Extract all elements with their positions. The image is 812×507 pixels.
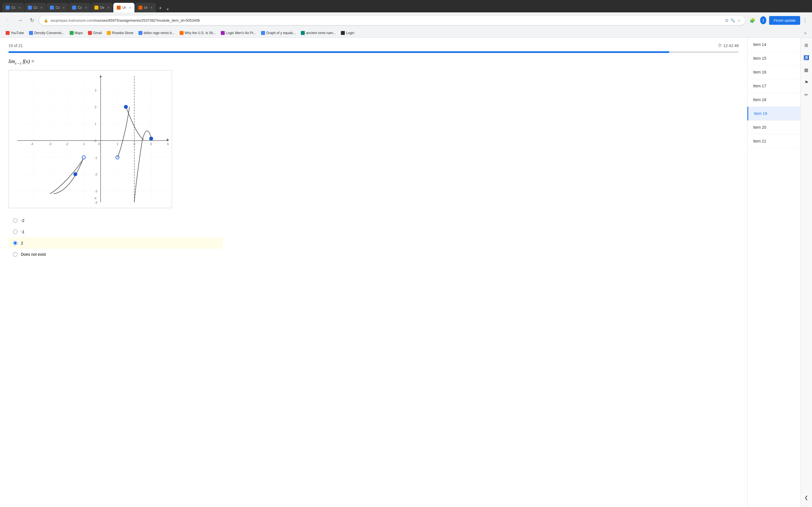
url-display: asuprepaz.instructure.com/courses/65975/…: [50, 18, 723, 22]
tab-close-icon[interactable]: ✕: [40, 6, 43, 9]
bookmark-logic[interactable]: Logic Men's No Pr...: [218, 30, 258, 36]
radio-neg2[interactable]: [13, 218, 17, 223]
tab-close-icon[interactable]: ✕: [85, 6, 87, 9]
tab-cc3[interactable]: Cc ✕: [47, 3, 68, 12]
sidebar-item-19[interactable]: Item 19: [748, 107, 800, 121]
svg-text:1: 1: [117, 142, 118, 146]
sidebar-item-15[interactable]: Item 15: [748, 52, 800, 65]
tab-favicon: [6, 6, 10, 10]
svg-point-38: [73, 172, 77, 176]
svg-marker-42: [167, 138, 169, 142]
item-18-label: Item 18: [753, 98, 766, 102]
bookmark-login[interactable]: Login: [339, 30, 356, 36]
time-display: ⏱ 12:42:48: [718, 43, 739, 48]
item-20-label: Item 20: [753, 125, 766, 129]
svg-text:-3: -3: [49, 142, 52, 146]
radio-dne[interactable]: [13, 252, 17, 257]
tab-close-icon[interactable]: ✕: [129, 6, 131, 9]
bookmarks-more-button[interactable]: »: [802, 30, 809, 36]
radio-neg1[interactable]: [13, 230, 17, 234]
svg-text:1: 1: [95, 122, 96, 126]
answer-option-dne[interactable]: Does not exist: [8, 249, 223, 260]
tab-close-icon[interactable]: ✕: [107, 6, 109, 9]
svg-point-39: [116, 156, 119, 159]
sidebar-item-18[interactable]: Item 18: [748, 93, 800, 107]
tab-close-icon[interactable]: ✕: [18, 6, 20, 9]
bookmark-favicon: [341, 31, 345, 35]
bookmark-gmail[interactable]: Gmail: [86, 30, 104, 36]
extensions-button[interactable]: 🧩: [748, 15, 757, 25]
tab-ur2[interactable]: Ur ✕: [135, 3, 156, 12]
sidebar-item-16[interactable]: Item 16: [748, 65, 800, 79]
bookmark-favicon: [139, 31, 142, 35]
progress-bar-container: [8, 51, 739, 53]
tab-cc4[interactable]: Cc ✕: [69, 3, 91, 12]
sidebar-item-21[interactable]: Item 21: [748, 134, 800, 148]
bookmark-density[interactable]: Density Conversio...: [27, 30, 66, 36]
bookmark-favicon: [70, 31, 73, 35]
address-bar[interactable]: 🔒 asuprepaz.instructure.com/courses/6597…: [39, 15, 746, 25]
profile-menu-button[interactable]: I: [758, 15, 768, 25]
tab-favicon: [28, 6, 32, 10]
svg-marker-43: [100, 75, 102, 77]
svg-text:-1: -1: [94, 156, 97, 159]
reload-button[interactable]: ↻: [27, 15, 37, 25]
main-area: 19 of 21 ⏱ 12:42:48 limx→1 f(x) =: [0, 38, 747, 507]
bookmark-icon[interactable]: ☆: [737, 18, 741, 22]
answer-option-neg1[interactable]: -1: [8, 226, 223, 237]
bookmark-favicon: [29, 31, 33, 35]
forward-button[interactable]: →: [15, 15, 25, 25]
svg-text:-5: -5: [94, 139, 96, 143]
sidebar-item-14[interactable]: Item 14: [748, 38, 800, 52]
url-base: asuprepaz.instructure.com: [50, 18, 94, 22]
table-tool-button[interactable]: ⊞: [801, 40, 811, 50]
item-15-label: Item 15: [753, 56, 766, 61]
bookmark-maps[interactable]: Maps: [67, 30, 85, 36]
tab-overflow-button[interactable]: ▾: [165, 6, 171, 12]
svg-text:-1: -1: [82, 142, 85, 146]
sidebar-tools: ⊞ ♿ ▦ ⚑ ✏ ❮: [800, 38, 812, 507]
tab-active[interactable]: Ur ✕: [113, 3, 135, 12]
bookmark-usis[interactable]: Why the U.S. Is Sti...: [177, 30, 218, 36]
progress-header: 19 of 21 ⏱ 12:42:48: [8, 43, 739, 48]
bookmark-youtube[interactable]: YouTube: [3, 30, 26, 36]
tab-de[interactable]: De ✕: [91, 3, 113, 12]
tab-close-icon[interactable]: ✕: [63, 6, 65, 9]
bookmark-dellor[interactable]: dellor rage remix b...: [136, 30, 176, 36]
question-area: limx→1 f(x) =: [8, 59, 223, 260]
calculator-tool-button[interactable]: ▦: [801, 65, 811, 75]
question-formula: limx→1 f(x) =: [8, 59, 223, 66]
back-button[interactable]: ←: [3, 15, 13, 25]
item-21-label: Item 21: [753, 139, 766, 144]
bookmark-graph[interactable]: Graph of y equals...: [259, 30, 298, 36]
nav-bar: ← → ↻ 🔒 asuprepaz.instructure.com/course…: [0, 12, 812, 28]
svg-text:2: 2: [95, 105, 96, 109]
radio-2[interactable]: [13, 241, 17, 245]
tab-bar: Cc ✕ Cc ✕ Cc ✕ Cc ✕ De ✕ Ur ✕: [0, 0, 812, 12]
sidebar-collapse-button[interactable]: ❮: [802, 493, 810, 503]
finish-update-button[interactable]: Finish update: [769, 16, 800, 25]
bookmark-rome[interactable]: ancient rome nam...: [299, 30, 338, 36]
browser-menu-button[interactable]: ⋮: [801, 16, 809, 24]
tab-close-icon[interactable]: ✕: [150, 6, 153, 9]
accessibility-tool-button[interactable]: ♿: [801, 52, 811, 62]
answer-option-neg2[interactable]: -2: [8, 215, 223, 226]
progress-bar-fill: [8, 51, 669, 53]
new-tab-button[interactable]: +: [156, 4, 164, 12]
tab-favicon: [139, 6, 142, 10]
tab-favicon: [117, 6, 121, 10]
bookmark-rosetta[interactable]: Rosetta Stone: [105, 30, 136, 36]
pencil-tool-button[interactable]: ✏: [801, 90, 811, 100]
svg-text:-4: -4: [94, 196, 96, 200]
tab-cc1[interactable]: Cc ✕: [2, 3, 24, 12]
answer-option-2[interactable]: 2: [8, 237, 223, 249]
svg-text:-2: -2: [94, 173, 97, 176]
clock-icon: ⏱: [718, 43, 722, 48]
tab-cc2[interactable]: Cc ✕: [24, 3, 46, 12]
sidebar-item-17[interactable]: Item 17: [748, 79, 800, 93]
flag-tool-button[interactable]: ⚑: [801, 77, 811, 87]
answer-label-dne: Does not exist: [21, 252, 46, 257]
tab-favicon: [50, 6, 54, 10]
sidebar-item-20[interactable]: Item 20: [748, 121, 800, 134]
bookmarks-bar: YouTube Density Conversio... Maps Gmail …: [0, 28, 812, 38]
